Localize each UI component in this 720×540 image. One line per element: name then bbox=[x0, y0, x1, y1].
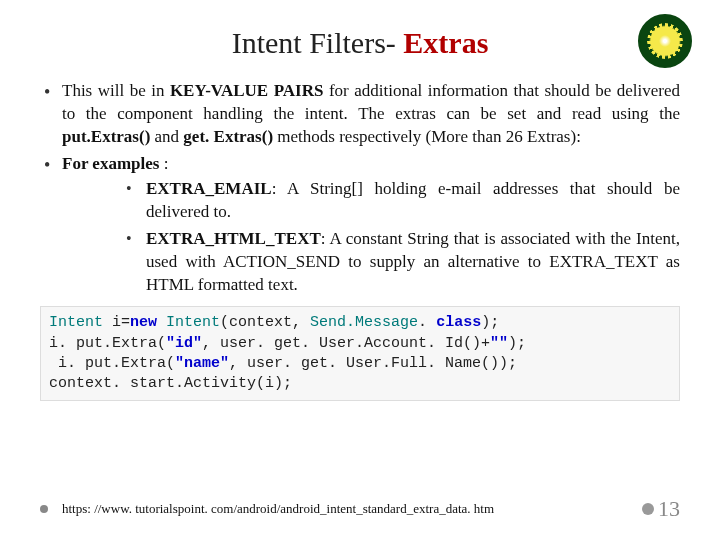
code-block: Intent i=new Intent(context, Send.Messag… bbox=[40, 306, 680, 401]
bullet-examples: For examples : EXTRA_EMAIL: A String[] h… bbox=[40, 153, 680, 297]
bullet-list: This will be in KEY-VALUE PAIRS for addi… bbox=[40, 80, 680, 296]
page-number: 13 bbox=[642, 496, 680, 522]
logo-sun-icon bbox=[651, 27, 679, 55]
footer-url: https: //www. tutorialspoint. com/androi… bbox=[62, 501, 494, 517]
sub-bullet-html-text: EXTRA_HTML_TEXT: A constant String that … bbox=[126, 228, 680, 297]
footer-left: https: //www. tutorialspoint. com/androi… bbox=[40, 501, 494, 517]
content-area: This will be in KEY-VALUE PAIRS for addi… bbox=[40, 80, 680, 401]
title-prefix: Intent Filters- bbox=[232, 26, 404, 59]
slide: Intent Filters- Extras This will be in K… bbox=[0, 0, 720, 540]
university-logo bbox=[638, 14, 692, 68]
sub-bullet-email: EXTRA_EMAIL: A String[] holding e-mail a… bbox=[126, 178, 680, 224]
slide-title: Intent Filters- Extras bbox=[40, 26, 680, 60]
page-dot-icon bbox=[642, 503, 654, 515]
footer: https: //www. tutorialspoint. com/androi… bbox=[40, 496, 680, 522]
bullet-main: This will be in KEY-VALUE PAIRS for addi… bbox=[40, 80, 680, 149]
title-highlight: Extras bbox=[403, 26, 488, 59]
sub-bullet-list: EXTRA_EMAIL: A String[] holding e-mail a… bbox=[62, 178, 680, 297]
footer-dot-icon bbox=[40, 505, 48, 513]
